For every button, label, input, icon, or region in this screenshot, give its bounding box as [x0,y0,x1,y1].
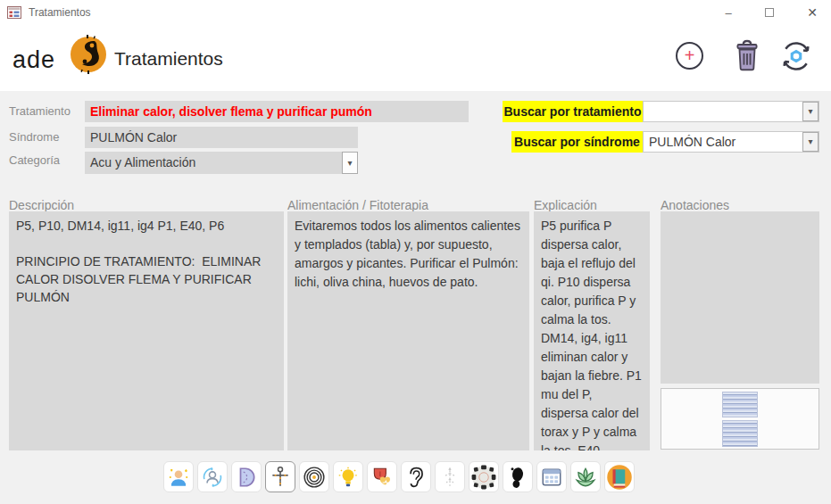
close-button[interactable]: ✕ [797,0,827,25]
categoria-label: Categoría [9,153,60,167]
anotaciones-header: Anotaciones [661,198,729,212]
descripcion-header: Descripción [9,198,74,212]
lotus-icon [574,466,597,489]
ear-icon [404,466,428,489]
book-button[interactable] [604,461,635,492]
ear-button[interactable] [401,461,431,492]
plus-icon: + [685,46,695,64]
body-points-button[interactable] [265,461,295,492]
bulb-button[interactable] [333,461,363,492]
explicacion-header: Explicación [534,198,597,212]
refresh-button[interactable] [780,40,812,72]
calendar-icon [540,466,563,489]
maximize-button[interactable] [754,0,785,25]
sindrome-label: Síndrome [9,130,59,144]
buscar-sindrome-value: PULMÓN Calor [649,135,735,149]
buscar-tratamiento-combo[interactable]: ▾ [643,101,819,122]
patient-icon [167,466,190,489]
chevron-down-icon[interactable]: ▾ [802,132,819,152]
letter-d-icon [235,466,258,489]
categoria-value: Acu y Alimentación [90,155,195,169]
yin-yang-logo-icon [68,34,109,75]
book-icon [606,464,633,491]
buscar-sindrome-combo[interactable]: PULMÓN Calor ▾ [643,131,819,153]
alimentacion-header: Alimentación / Fitoterapia [287,198,428,212]
delete-record-button[interactable] [732,38,762,72]
user-sync-icon [201,466,224,489]
footprint-icon [506,466,529,489]
buscar-tratamiento-label: Buscar por tratamiento [503,101,643,122]
patient-button[interactable] [163,461,194,492]
thumbnail-table-top [722,392,758,418]
wheel-icon [471,465,496,490]
meridians-button[interactable] [435,461,465,492]
title-bar: Tratamientos – ✕ [0,0,831,25]
tratamiento-label: Tratamiento [9,104,71,118]
sindrome-field[interactable]: PULMÓN Calor [85,127,358,148]
access-form-icon [7,5,21,20]
document-thumbnail[interactable] [722,392,758,447]
body-points-icon [269,466,292,489]
meridians-icon [438,466,461,489]
anotaciones-textbox[interactable] [661,211,819,384]
chevron-down-icon[interactable]: ▾ [802,102,819,121]
calendar-button[interactable] [536,461,567,492]
lotus-button[interactable] [570,461,601,492]
chevron-down-icon[interactable]: ▾ [342,152,358,174]
descripcion-textbox[interactable]: P5, P10, DM14, ig11, ig4 P1, E40, P6 PRI… [9,211,284,450]
thumbnail-table-bottom [722,420,758,447]
form-header: ade Tratamientos + [0,25,831,91]
tongue-heart-button[interactable] [367,461,397,492]
letter-d-button[interactable] [231,461,262,492]
maximize-icon [765,8,774,17]
explicacion-textbox[interactable]: P5 purifica P dispersa calor, baja el re… [534,211,650,450]
attachment-frame[interactable] [661,388,819,450]
alimentacion-textbox[interactable]: Evitaremos todos los alimentos calientes… [287,211,529,450]
tratamiento-field[interactable]: Eliminar calor, disolver flema y purific… [85,101,469,122]
categoria-combo[interactable]: Acu y Alimentación ▾ [85,152,358,174]
target-button[interactable] [299,461,329,492]
target-icon [303,466,326,489]
user-sync-button[interactable] [197,461,228,492]
bulb-icon [337,466,360,489]
buscar-sindrome-label: Buscar por síndrome [511,131,643,153]
page-title: Tratamientos [114,48,223,70]
bottom-toolbar [163,461,635,492]
tongue-heart-icon [370,466,394,489]
wheel-button[interactable] [469,461,499,492]
add-record-button[interactable]: + [676,42,703,70]
logo-text: ade [12,46,55,74]
window-title: Tratamientos [29,6,91,19]
footprint-button[interactable] [503,461,533,492]
minimize-button[interactable]: – [713,0,744,25]
